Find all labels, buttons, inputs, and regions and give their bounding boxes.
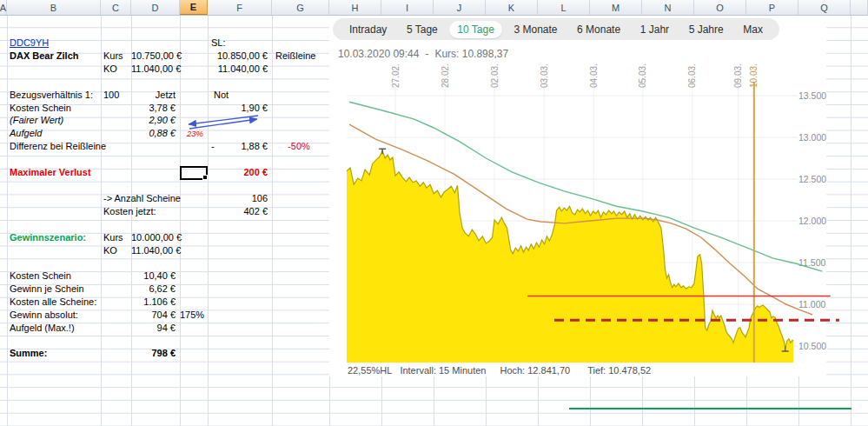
cell-gw-kurs-value[interactable]: 10.000,00 € xyxy=(131,231,178,244)
cell-reissleine-label[interactable]: Reißleine xyxy=(275,50,328,63)
tab-1-jahr[interactable]: 1 Jahr xyxy=(633,21,677,38)
cell-kosten-schein-label[interactable]: Kosten Schein xyxy=(10,102,99,115)
stat-interval: Intervall: 15 Minuten xyxy=(400,365,486,376)
excel-window: { "excel": { "columns": ["A","B","C","D"… xyxy=(0,0,868,426)
column-header-h[interactable]: H xyxy=(329,0,381,15)
cell-ko-sl-value[interactable]: 11.040,00 € xyxy=(208,63,270,76)
column-header-l[interactable]: L xyxy=(538,0,590,15)
cell-summe-label[interactable]: Summe: xyxy=(10,347,99,360)
cell-gw-kosten-label[interactable]: Kosten Schein xyxy=(10,270,99,283)
cell-gw-abs-label[interactable]: Gewinn absolut: xyxy=(10,309,99,322)
selected-cell[interactable] xyxy=(180,166,208,180)
cell-aufgeld-label[interactable]: Aufgeld xyxy=(10,127,99,140)
chart-datetime: 10.03.2020 09:44 xyxy=(338,48,419,60)
stat-hoch: Hoch: 12.841,70 xyxy=(500,365,570,376)
cell-anzahl-value[interactable]: 106 xyxy=(208,192,270,205)
column-header-m[interactable]: M xyxy=(590,0,642,15)
chart-range-tabbar: Intraday5 Tage10 Tage3 Monate6 Monate1 J… xyxy=(333,18,779,40)
column-header-e[interactable]: E xyxy=(180,0,208,15)
column-header-b[interactable]: B xyxy=(7,0,101,15)
cell-gw-abs-value[interactable]: 704 € xyxy=(131,309,178,322)
chart-info-separator: - xyxy=(425,48,428,60)
column-header-i[interactable]: I xyxy=(381,0,434,15)
cell-fairer-wert-value[interactable]: 2,90 € xyxy=(131,114,178,127)
cell-kosten-schein-jetzt[interactable]: 3,78 € xyxy=(131,102,178,115)
cell-aufgeld-value[interactable]: 0,88 € xyxy=(131,127,178,140)
cell-gw-aufgeld-label[interactable]: Aufgeld (Max.!) xyxy=(10,322,99,335)
tab-max[interactable]: Max xyxy=(735,21,771,38)
cell-gw-je-value[interactable]: 6,62 € xyxy=(131,283,178,296)
cell-aufgeld-pct[interactable]: 23% xyxy=(180,127,206,140)
cell-jetzt-label[interactable]: Jetzt xyxy=(131,89,178,102)
column-header-f[interactable]: F xyxy=(208,0,272,15)
cell-sl-value[interactable]: 10.850,00 € xyxy=(208,50,270,63)
chart-info-line: 10.03.2020 09:44 - Kurs: 10.898,37 xyxy=(338,48,508,60)
cell-differenz-pct[interactable]: -50% xyxy=(272,140,326,153)
cell-ko-value[interactable]: 11.040,00 € xyxy=(131,63,178,76)
column-header-j[interactable]: J xyxy=(434,0,486,15)
chart-kurs: Kurs: 10.898,37 xyxy=(434,48,508,60)
wkn-link[interactable]: DDC9YH xyxy=(10,37,99,50)
cell-summe-value[interactable]: 798 € xyxy=(131,347,178,360)
cell-kosten-jetzt-label[interactable]: Kosten jetzt: xyxy=(103,205,186,218)
column-header-p[interactable]: P xyxy=(746,0,798,15)
column-header-filler xyxy=(851,0,868,15)
tab-intraday[interactable]: Intraday xyxy=(341,21,394,38)
cell-gewinnszenario-label[interactable]: Gewinnszenario: xyxy=(10,231,105,244)
cell-bezug-value[interactable]: 100 xyxy=(103,89,129,102)
chart-stats-line: 22,55%HL Intervall: 15 Minuten Hoch: 12.… xyxy=(348,365,665,376)
cell-gw-kurs-label[interactable]: Kurs xyxy=(103,231,129,244)
cell-ko-label[interactable]: KO xyxy=(103,63,129,76)
column-header-n[interactable]: N xyxy=(642,0,694,15)
cell-differenz-value[interactable]: 1,88 € xyxy=(208,140,270,153)
cell-kurs-label[interactable]: Kurs xyxy=(103,50,129,63)
cell-kosten-schein-not[interactable]: 1,90 € xyxy=(208,102,270,115)
cell-fairer-wert-label[interactable]: (Fairer Wert) xyxy=(10,114,99,127)
cell-kosten-jetzt-value[interactable]: 402 € xyxy=(208,205,270,218)
column-header-row: ABCDEFGHIJKLMNOPQ xyxy=(0,0,868,16)
column-header-a[interactable]: A xyxy=(0,0,7,15)
tab-5-jahre[interactable]: 5 Jahre xyxy=(681,21,732,38)
tab-6-monate[interactable]: 6 Monate xyxy=(569,21,628,38)
stat-tief: Tief: 10.478,52 xyxy=(587,365,651,376)
cell-max-verlust-value[interactable]: 200 € xyxy=(208,166,270,179)
cell-gw-ko-label[interactable]: KO xyxy=(103,244,129,257)
tab-10-tage[interactable]: 10 Tage xyxy=(449,21,502,38)
tab-3-monate[interactable]: 3 Monate xyxy=(506,21,565,38)
column-header-g[interactable]: G xyxy=(272,0,329,15)
cell-gw-je-label[interactable]: Gewinn je Schein xyxy=(10,283,99,296)
cell-kurs-value[interactable]: 10.750,00 € xyxy=(131,50,178,63)
cell-gw-abs-pct[interactable]: 175% xyxy=(180,309,206,322)
column-header-k[interactable]: K xyxy=(486,0,538,15)
column-header-c[interactable]: C xyxy=(101,0,131,15)
column-header-d[interactable]: D xyxy=(131,0,180,15)
stat-hl: 22,55%HL xyxy=(348,365,392,376)
tab-5-tage[interactable]: 5 Tage xyxy=(399,21,446,38)
column-header-o[interactable]: O xyxy=(694,0,746,15)
cell-not-label[interactable]: Not xyxy=(214,89,248,102)
spreadsheet: DDC9YH DAX Bear Zilch Bezugsverhältnis 1… xyxy=(0,0,868,426)
cell-bezug-label[interactable]: Bezugsverhältnis 1: xyxy=(10,89,105,102)
cell-anzahl-label[interactable]: -> Anzahl Scheine xyxy=(103,192,186,205)
cell-gw-alle-label[interactable]: Kosten alle Scheine: xyxy=(10,296,105,309)
column-header-q[interactable]: Q xyxy=(798,0,851,15)
cell-gw-ko-value[interactable]: 11.040,00 € xyxy=(131,244,178,257)
cell-product-name[interactable]: DAX Bear Zilch xyxy=(10,50,114,63)
cell-gw-kosten-value[interactable]: 10,40 € xyxy=(131,270,178,283)
cell-gw-aufgeld-value[interactable]: 94 € xyxy=(131,322,178,335)
cell-differenz-label[interactable]: Differenz bei Reißleine xyxy=(10,140,123,153)
cell-max-verlust-label[interactable]: Maximaler Verlust xyxy=(10,166,114,179)
cell-sl-label[interactable]: SL: xyxy=(211,37,246,50)
cell-gw-alle-value[interactable]: 1.106 € xyxy=(131,296,178,309)
